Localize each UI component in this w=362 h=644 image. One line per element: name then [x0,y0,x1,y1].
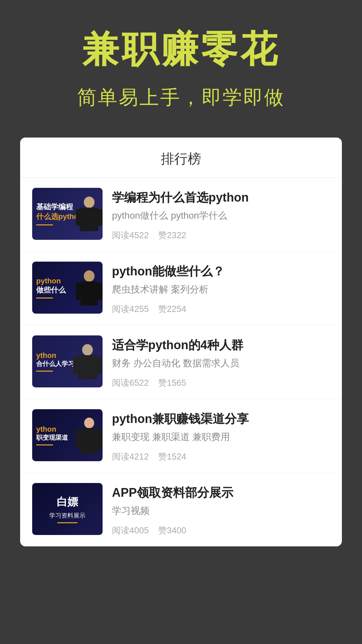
list-item[interactable]: 白嫖 学习资料展示 APP领取资料部分展示 学习视频 阅读4005 赞3400 [20,473,342,546]
thumbnail-2: python 做些什么 [32,262,103,314]
svg-rect-14 [76,430,81,448]
item-content-2: python能做些什么？ 爬虫技术讲解 案列分析 阅读4255 赞2254 [112,262,330,315]
hero-title: 兼职赚零花 [13,27,349,71]
svg-point-4 [84,270,95,282]
item-likes-3: 赞1565 [158,377,186,389]
list-item[interactable]: ython 职变现渠道 python兼职赚钱渠道分享 兼职变现 兼职渠道 兼职费… [20,399,342,473]
svg-rect-5 [80,281,98,306]
svg-rect-13 [80,428,99,453]
item-stats-1: 阅读4522 赞2322 [112,229,330,241]
item-content-3: 适合学python的4种人群 财务 办公自动化 数据需求人员 阅读6522 赞1… [112,335,330,389]
item-stats-2: 阅读4255 赞2254 [112,303,330,315]
svg-rect-7 [97,283,103,300]
svg-point-8 [82,344,93,356]
svg-rect-1 [80,208,99,231]
hero-subtitle: 简单易上手，即学即做 [13,85,349,111]
thumbnail-5: 白嫖 学习资料展示 [32,483,103,535]
item-reads-3: 阅读6522 [112,377,149,389]
item-title-3: 适合学python的4种人群 [112,337,330,353]
item-content-1: 学编程为什么首选python python做什么 python学什么 阅读452… [112,188,330,241]
svg-point-12 [84,418,94,428]
svg-rect-6 [76,283,82,300]
list-item[interactable]: python 做些什么 python能做些什么？ 爬虫技术讲解 案列分析 阅读4… [20,252,342,325]
thumbnail-4: ython 职变现渠道 [32,409,103,461]
svg-rect-15 [97,430,103,448]
item-likes-4: 赞1524 [158,451,186,463]
ranking-header: 排行榜 [20,138,342,178]
item-reads-1: 阅读4522 [112,229,149,241]
thumbnail-1: 基础学编程 什么选python [32,188,103,240]
item-stats-4: 阅读4212 赞1524 [112,451,330,463]
item-reads-4: 阅读4212 [112,451,149,463]
item-title-4: python兼职赚钱渠道分享 [112,411,330,427]
item-tags-5: 学习视频 [112,504,330,517]
item-tags-1: python做什么 python学什么 [112,209,330,222]
item-title-1: 学编程为什么首选python [112,190,330,206]
item-likes-5: 赞3400 [158,525,186,536]
list-item[interactable]: 基础学编程 什么选python 学编程为什么首选python python做什么… [20,178,342,252]
svg-rect-3 [97,209,103,226]
item-likes-1: 赞2322 [158,229,186,241]
svg-rect-9 [78,355,97,379]
item-tags-4: 兼职变现 兼职渠道 兼职费用 [112,430,330,443]
item-tags-2: 爬虫技术讲解 案列分析 [112,283,330,296]
svg-point-0 [84,197,95,208]
hero-section: 兼职赚零花 简单易上手，即学即做 [0,0,362,131]
svg-rect-10 [73,357,79,374]
svg-rect-11 [96,357,102,374]
item-stats-3: 阅读6522 赞1565 [112,377,330,389]
item-title-2: python能做些什么？ [112,264,330,279]
item-content-5: APP领取资料部分展示 学习视频 阅读4005 赞3400 [112,483,330,536]
item-content-4: python兼职赚钱渠道分享 兼职变现 兼职渠道 兼职费用 阅读4212 赞15… [112,409,330,463]
item-reads-2: 阅读4255 [112,303,149,315]
item-reads-5: 阅读4005 [112,525,149,536]
item-tags-3: 财务 办公自动化 数据需求人员 [112,357,330,370]
item-title-5: APP领取资料部分展示 [112,485,330,501]
item-stats-5: 阅读4005 赞3400 [112,525,330,536]
thumbnail-3: ython 合什么人学习 [32,335,103,387]
list-item[interactable]: ython 合什么人学习 适合学python的4种人群 财务 办公自动化 数据需… [20,325,342,399]
svg-rect-2 [76,209,81,226]
ranking-card: 排行榜 基础学编程 什么选python 学编程为什么首选python pytho… [20,138,342,546]
item-likes-2: 赞2254 [158,303,186,315]
